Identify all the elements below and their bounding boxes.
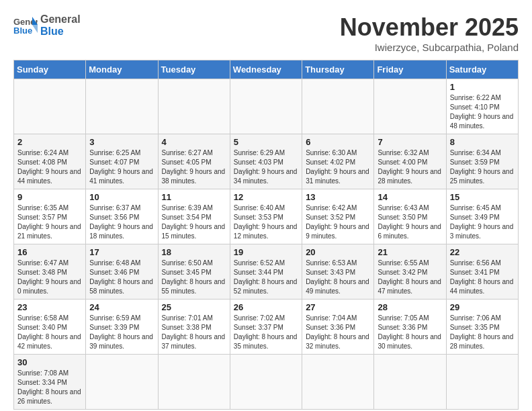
- day-info: Sunrise: 6:56 AM Sunset: 3:41 PM Dayligh…: [450, 259, 515, 296]
- day-info: Sunrise: 6:35 AM Sunset: 3:57 PM Dayligh…: [17, 203, 82, 241]
- calendar-cell: 9Sunrise: 6:35 AM Sunset: 3:57 PM Daylig…: [14, 189, 86, 244]
- calendar-cell: 20Sunrise: 6:53 AM Sunset: 3:43 PM Dayli…: [302, 244, 374, 300]
- calendar-cell: [302, 79, 374, 134]
- calendar-cell: [158, 79, 230, 134]
- calendar-cell: [86, 79, 158, 134]
- calendar-cell: 23Sunrise: 6:58 AM Sunset: 3:40 PM Dayli…: [14, 300, 86, 355]
- day-number: 1: [450, 82, 515, 92]
- day-info: Sunrise: 6:48 AM Sunset: 3:46 PM Dayligh…: [89, 259, 154, 296]
- calendar-cell: 7Sunrise: 6:32 AM Sunset: 4:00 PM Daylig…: [374, 134, 446, 189]
- calendar-cell: 11Sunrise: 6:39 AM Sunset: 3:54 PM Dayli…: [158, 189, 230, 244]
- day-number: 4: [162, 137, 226, 147]
- day-info: Sunrise: 6:53 AM Sunset: 3:43 PM Dayligh…: [306, 259, 370, 296]
- day-info: Sunrise: 6:43 AM Sunset: 3:50 PM Dayligh…: [378, 203, 442, 241]
- day-info: Sunrise: 6:59 AM Sunset: 3:39 PM Dayligh…: [89, 314, 154, 351]
- day-number: 25: [162, 302, 226, 312]
- calendar-cell: [446, 355, 518, 410]
- logo: General Blue General Blue: [13, 13, 81, 37]
- day-info: Sunrise: 6:25 AM Sunset: 4:07 PM Dayligh…: [89, 148, 154, 186]
- day-header-wednesday: Wednesday: [230, 60, 302, 79]
- calendar-cell: 2Sunrise: 6:24 AM Sunset: 4:08 PM Daylig…: [14, 134, 86, 189]
- calendar-cell: [374, 79, 446, 134]
- calendar-week-row: 30Sunrise: 7:08 AM Sunset: 3:34 PM Dayli…: [14, 355, 519, 410]
- month-title: November 2025: [340, 13, 519, 42]
- calendar-header-row: SundayMondayTuesdayWednesdayThursdayFrid…: [14, 60, 519, 79]
- calendar-cell: 14Sunrise: 6:43 AM Sunset: 3:50 PM Dayli…: [374, 189, 446, 244]
- day-info: Sunrise: 7:02 AM Sunset: 3:37 PM Dayligh…: [234, 314, 298, 351]
- title-block: November 2025 Iwierzyce, Subcarpathia, P…: [340, 13, 519, 53]
- day-number: 2: [17, 137, 82, 147]
- calendar-cell: [302, 355, 374, 410]
- calendar-week-row: 9Sunrise: 6:35 AM Sunset: 3:57 PM Daylig…: [14, 189, 519, 244]
- calendar-cell: 10Sunrise: 6:37 AM Sunset: 3:56 PM Dayli…: [86, 189, 158, 244]
- day-number: 18: [162, 247, 226, 257]
- calendar-cell: 24Sunrise: 6:59 AM Sunset: 3:39 PM Dayli…: [86, 300, 158, 355]
- day-info: Sunrise: 6:45 AM Sunset: 3:49 PM Dayligh…: [450, 203, 515, 241]
- day-info: Sunrise: 6:27 AM Sunset: 4:05 PM Dayligh…: [162, 148, 226, 186]
- day-info: Sunrise: 7:04 AM Sunset: 3:36 PM Dayligh…: [306, 314, 370, 351]
- calendar-week-row: 2Sunrise: 6:24 AM Sunset: 4:08 PM Daylig…: [14, 134, 519, 189]
- day-info: Sunrise: 6:32 AM Sunset: 4:00 PM Dayligh…: [378, 148, 442, 186]
- day-info: Sunrise: 6:37 AM Sunset: 3:56 PM Dayligh…: [89, 203, 154, 241]
- day-number: 20: [306, 247, 370, 257]
- day-info: Sunrise: 6:47 AM Sunset: 3:48 PM Dayligh…: [17, 259, 82, 296]
- day-number: 8: [450, 137, 515, 147]
- day-number: 28: [378, 302, 442, 312]
- calendar-cell: 22Sunrise: 6:56 AM Sunset: 3:41 PM Dayli…: [446, 244, 518, 300]
- day-info: Sunrise: 6:50 AM Sunset: 3:45 PM Dayligh…: [162, 259, 226, 296]
- calendar-cell: 30Sunrise: 7:08 AM Sunset: 3:34 PM Dayli…: [14, 355, 86, 410]
- calendar-cell: 5Sunrise: 6:29 AM Sunset: 4:03 PM Daylig…: [230, 134, 302, 189]
- day-number: 12: [234, 192, 298, 202]
- calendar-cell: 25Sunrise: 7:01 AM Sunset: 3:38 PM Dayli…: [158, 300, 230, 355]
- day-number: 10: [89, 192, 154, 202]
- day-info: Sunrise: 6:22 AM Sunset: 4:10 PM Dayligh…: [450, 93, 515, 131]
- day-number: 21: [378, 247, 442, 257]
- day-number: 15: [450, 192, 515, 202]
- calendar-table: SundayMondayTuesdayWednesdayThursdayFrid…: [13, 60, 519, 410]
- calendar-week-row: 23Sunrise: 6:58 AM Sunset: 3:40 PM Dayli…: [14, 300, 519, 355]
- calendar-cell: [230, 355, 302, 410]
- day-number: 23: [17, 302, 82, 312]
- calendar-cell: 17Sunrise: 6:48 AM Sunset: 3:46 PM Dayli…: [86, 244, 158, 300]
- day-number: 9: [17, 192, 82, 202]
- calendar-cell: [230, 79, 302, 134]
- day-header-tuesday: Tuesday: [158, 60, 230, 79]
- day-header-monday: Monday: [86, 60, 158, 79]
- day-info: Sunrise: 6:58 AM Sunset: 3:40 PM Dayligh…: [17, 314, 82, 351]
- day-number: 7: [378, 137, 442, 147]
- calendar-cell: 19Sunrise: 6:52 AM Sunset: 3:44 PM Dayli…: [230, 244, 302, 300]
- day-header-thursday: Thursday: [302, 60, 374, 79]
- logo-blue: Blue: [40, 26, 81, 38]
- day-info: Sunrise: 6:42 AM Sunset: 3:52 PM Dayligh…: [306, 203, 370, 241]
- calendar-cell: 18Sunrise: 6:50 AM Sunset: 3:45 PM Dayli…: [158, 244, 230, 300]
- day-number: 14: [378, 192, 442, 202]
- day-number: 30: [17, 357, 82, 367]
- day-info: Sunrise: 7:05 AM Sunset: 3:36 PM Dayligh…: [378, 314, 442, 351]
- day-info: Sunrise: 6:52 AM Sunset: 3:44 PM Dayligh…: [234, 259, 298, 296]
- day-info: Sunrise: 7:01 AM Sunset: 3:38 PM Dayligh…: [162, 314, 226, 351]
- day-info: Sunrise: 6:24 AM Sunset: 4:08 PM Dayligh…: [17, 148, 82, 186]
- day-number: 22: [450, 247, 515, 257]
- calendar-week-row: 1Sunrise: 6:22 AM Sunset: 4:10 PM Daylig…: [14, 79, 519, 134]
- day-number: 13: [306, 192, 370, 202]
- day-header-sunday: Sunday: [14, 60, 86, 79]
- day-number: 29: [450, 302, 515, 312]
- day-number: 17: [89, 247, 154, 257]
- day-number: 16: [17, 247, 82, 257]
- calendar-cell: 1Sunrise: 6:22 AM Sunset: 4:10 PM Daylig…: [446, 79, 518, 134]
- svg-text:Blue: Blue: [13, 26, 32, 36]
- day-info: Sunrise: 6:34 AM Sunset: 3:59 PM Dayligh…: [450, 148, 515, 186]
- calendar-cell: 13Sunrise: 6:42 AM Sunset: 3:52 PM Dayli…: [302, 189, 374, 244]
- day-header-saturday: Saturday: [446, 60, 518, 79]
- day-number: 19: [234, 247, 298, 257]
- calendar-cell: 4Sunrise: 6:27 AM Sunset: 4:05 PM Daylig…: [158, 134, 230, 189]
- day-number: 3: [89, 137, 154, 147]
- calendar-cell: 27Sunrise: 7:04 AM Sunset: 3:36 PM Dayli…: [302, 300, 374, 355]
- day-number: 5: [234, 137, 298, 147]
- day-number: 24: [89, 302, 154, 312]
- day-info: Sunrise: 6:39 AM Sunset: 3:54 PM Dayligh…: [162, 203, 226, 241]
- day-number: 26: [234, 302, 298, 312]
- calendar-cell: [14, 79, 86, 134]
- day-number: 11: [162, 192, 226, 202]
- day-header-friday: Friday: [374, 60, 446, 79]
